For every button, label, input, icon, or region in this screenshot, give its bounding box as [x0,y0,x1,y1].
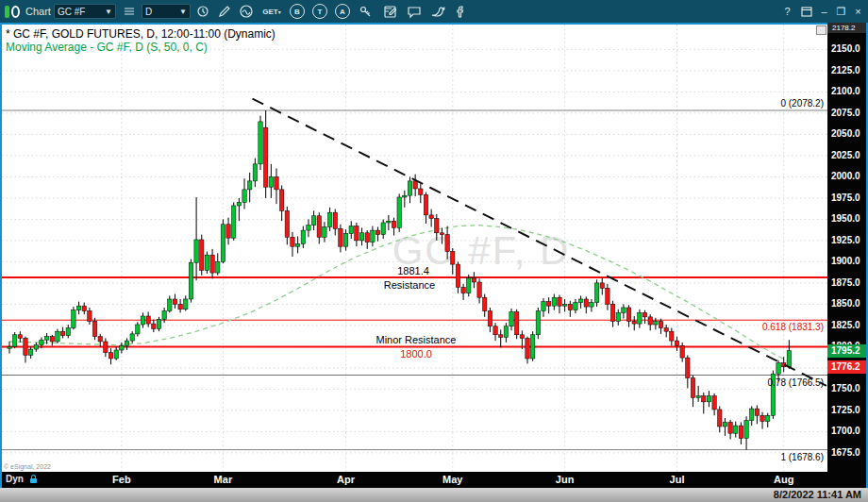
price-annotation: Resistance [353,279,466,291]
restore-chart-icon[interactable] [816,25,826,35]
price-tick: 2125.0 [827,65,866,75]
price-tick: 1950.0 [827,213,866,224]
moving-average-label: Moving Average - GC #F, D (S, 50, 0, C) [6,41,208,54]
price-tick: 2050.0 [827,128,866,139]
price-tick: 1725.0 [827,405,866,415]
dynamic-session-label: Dyn [6,474,24,484]
chart-title: * GC #F, GOLD FUTURES, D, 12:00-11:00 (D… [6,27,275,41]
price-annotation: 1881.4 [357,265,470,276]
month-label: Apr [330,474,362,485]
interval-dropdown[interactable]: D ▼ [142,4,191,19]
price-axis[interactable]: 2178.2 1675.01700.01725.01750.01775.0180… [827,23,866,488]
price-tick: 2100.0 [827,86,866,96]
draw-pencil-icon[interactable] [215,3,232,20]
twitter-icon[interactable] [429,3,446,20]
month-label: Mar [207,474,239,485]
broadcast-icon[interactable]: B [289,3,306,20]
esignal-logo-icon [5,0,20,23]
last-price-tag: 1795.2 [827,344,866,358]
toolbar: Chart GC #F ▼ D ▼ GET▾ B T [0,0,868,23]
month-label: Jun [549,474,581,485]
price-tick: 2150.0 [827,43,866,54]
chat-icon[interactable] [406,3,423,20]
price-tick: 1825.0 [827,320,866,330]
fib-level-label: 0 (2078.2) [717,98,824,109]
symbol-value: GC #F [58,7,85,17]
price-tick: 1900.0 [827,256,866,266]
alert-icon[interactable]: A [334,3,351,20]
restore-button[interactable]: ❐ [833,0,849,23]
price-tick: 2025.0 [827,150,866,160]
month-label: May [437,474,469,485]
month-label: Feb [106,474,138,485]
facebook-icon[interactable] [452,3,469,20]
chart-plot[interactable] [2,25,827,472]
price-tick: 1975.0 [827,192,866,203]
text-note-icon[interactable]: T [311,3,328,20]
window-app-label: Chart [25,0,51,23]
help-button[interactable]: ? [779,0,795,23]
fib-level-label: 0.78 (1766.5) [717,377,824,388]
studies-icon[interactable] [238,3,255,20]
price-tick: 1750.0 [827,383,866,393]
time-axis[interactable]: Dyn FebMarAprMayJunJulAug [2,472,866,488]
price-annotation: 1800.0 [359,348,473,360]
fib-level-label: 0.618 (1831.3) [717,322,824,332]
close-button[interactable]: × [850,0,866,23]
lock-icon[interactable] [30,478,37,483]
chevron-down-icon: ▼ [101,8,112,16]
interval-value: D [145,7,152,17]
price-tick: 1925.0 [827,235,866,245]
price-tick: 2000.0 [827,171,866,181]
copyright-label: © eSignal, 2022 [4,463,51,470]
price-tick: 1850.0 [827,298,866,309]
compose-note-icon[interactable] [381,3,398,20]
hotkey-icon[interactable] [357,3,374,20]
symbol-dropdown[interactable]: GC #F ▼ [54,4,116,19]
esignal-chart-window: Chart GC #F ▼ D ▼ GET▾ B T [0,0,868,502]
axis-top-price: 2178.2 [827,23,866,33]
status-timestamp: 8/2/2022 11:41 AM [774,489,861,500]
month-label: Aug [768,474,800,485]
price-annotation: Minor Resistance [359,334,473,345]
price-tick: 2075.0 [827,108,866,118]
price-tick: 1875.0 [827,277,866,288]
month-label: Jul [661,474,693,485]
minimize-button[interactable]: – [816,0,832,23]
status-bar: 8/2/2022 11:41 AM [0,488,868,502]
last-price-tag: 1776.2 [827,360,866,374]
price-tick: 1675.0 [827,447,866,458]
symbol-menu-icon[interactable] [121,3,138,20]
price-tick: 1700.0 [827,426,866,436]
fib-level-label: 1 (1678.6) [717,452,824,462]
time-templates-icon[interactable] [194,3,211,20]
chevron-down-icon: ▼ [175,8,187,16]
dock-window-icon[interactable] [798,0,814,23]
get-data-icon[interactable]: GET▾ [260,3,283,20]
